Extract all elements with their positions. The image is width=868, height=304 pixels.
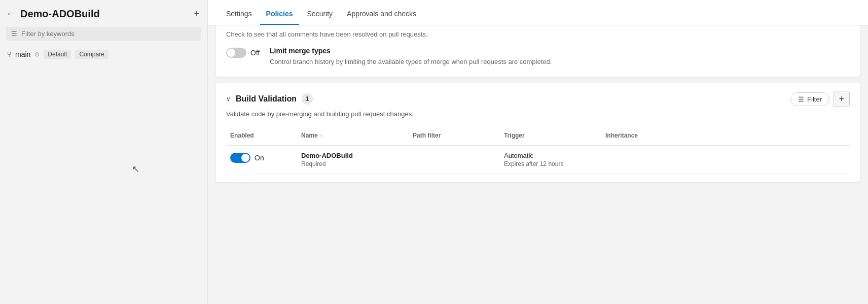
comment-policy-desc: Check to see that all comments have been… — [226, 29, 850, 40]
row-enabled: On — [226, 152, 297, 163]
comment-policy-card: Check to see that all comments have been… — [216, 25, 860, 77]
sidebar-header: ← Demo-ADOBuild + — [0, 0, 207, 27]
filter-button[interactable]: ☰ Filter — [790, 92, 829, 106]
build-validation-desc: Validate code by pre-merging and buildin… — [226, 110, 850, 118]
row-trigger-sub: Expires after 12 hours — [504, 160, 597, 167]
build-validation-count: 1 — [302, 93, 313, 105]
col-enabled: Enabled — [226, 130, 297, 141]
row-name-sub: Required — [301, 160, 405, 167]
branch-row: ⑂ main ⊙ Default Compare — [0, 47, 207, 62]
add-validation-button[interactable]: + — [834, 91, 850, 107]
col-trigger: Trigger — [500, 130, 601, 141]
compare-tag[interactable]: Compare — [75, 50, 108, 59]
col-name[interactable]: Name ↑ — [297, 130, 409, 141]
tab-policies[interactable]: Policies — [260, 3, 299, 25]
build-validation-title: Build Validation — [236, 94, 297, 104]
row-name: Demo-ADOBuild Required — [297, 152, 409, 167]
toggle-knob — [227, 49, 235, 57]
toggle-knob — [241, 154, 249, 162]
tab-approvals[interactable]: Approvals and checks — [341, 3, 422, 25]
limit-merge-toggle-wrapper: Off — [226, 48, 262, 58]
row-trigger-value: Automatic — [504, 152, 597, 159]
table-header: Enabled Name ↑ Path filter Trigger Inher… — [226, 126, 850, 146]
build-validation-header: ∨ Build Validation 1 ☰ Filter + — [226, 91, 850, 107]
pin-icon: ⊙ — [34, 51, 40, 58]
tab-security[interactable]: Security — [301, 3, 339, 25]
row-enabled-toggle[interactable] — [230, 153, 250, 163]
back-button[interactable]: ← — [6, 9, 15, 19]
row-name-value: Demo-ADOBuild — [301, 152, 405, 159]
branch-name: main — [15, 50, 30, 58]
content-area: Check to see that all comments have been… — [208, 25, 868, 304]
section-actions: ☰ Filter + — [790, 91, 850, 107]
limit-merge-title: Limit merge types — [270, 47, 552, 55]
table-row: On Demo-ADOBuild Required Automatic Expi… — [226, 146, 850, 174]
limit-merge-desc: Control branch history by limiting the a… — [270, 57, 552, 67]
limit-merge-toggle[interactable] — [226, 48, 246, 58]
branch-icon: ⑂ — [7, 50, 11, 58]
filter-input[interactable]: Filter by keywords — [21, 30, 75, 38]
tab-settings[interactable]: Settings — [220, 3, 258, 25]
add-branch-button[interactable]: + — [194, 9, 199, 19]
sidebar-empty: ↖ — [0, 62, 207, 304]
section-title-row: ∨ Build Validation 1 — [226, 93, 313, 105]
filter-bar[interactable]: ☰ Filter by keywords — [6, 27, 201, 41]
limit-merge-toggle-row: Off Limit merge types Control branch his… — [226, 47, 850, 67]
filter-icon: ☰ — [11, 30, 17, 38]
sort-arrow-icon: ↑ — [320, 133, 322, 139]
build-validation-card: ∨ Build Validation 1 ☰ Filter + Validate… — [216, 83, 860, 182]
limit-merge-info: Limit merge types Control branch history… — [270, 47, 552, 67]
tab-bar: Settings Policies Security Approvals and… — [208, 0, 868, 25]
col-inheritance: Inheritance — [601, 130, 850, 141]
filter-lines-icon: ☰ — [798, 95, 804, 103]
row-enabled-label: On — [255, 154, 264, 162]
toggle-off-label: Off — [250, 49, 260, 57]
collapse-chevron[interactable]: ∨ — [226, 95, 231, 103]
row-trigger: Automatic Expires after 12 hours — [500, 152, 601, 167]
col-path-filter: Path filter — [409, 130, 500, 141]
row-toggle-wrapper: On — [230, 153, 293, 163]
sidebar-title: Demo-ADOBuild — [20, 8, 189, 20]
filter-button-label: Filter — [807, 95, 822, 103]
main-content: Settings Policies Security Approvals and… — [208, 0, 868, 304]
default-tag[interactable]: Default — [44, 50, 71, 59]
sidebar: ← Demo-ADOBuild + ☰ Filter by keywords ⑂… — [0, 0, 208, 304]
